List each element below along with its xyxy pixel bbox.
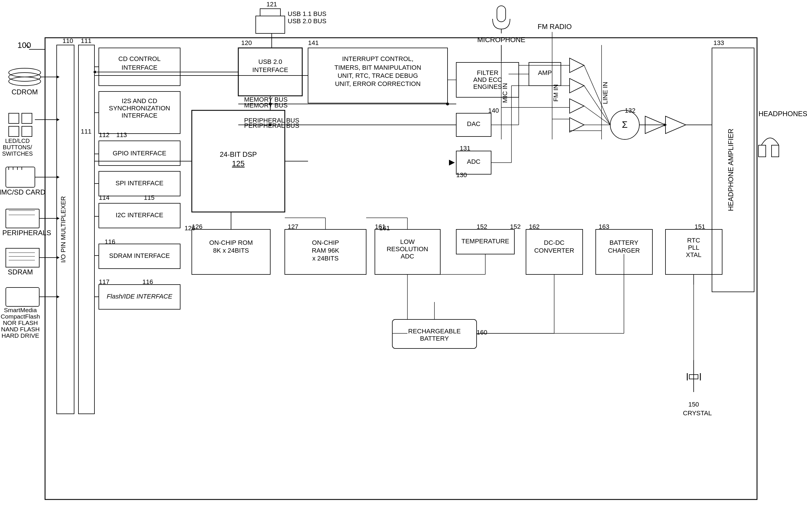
svg-text:SmartMedia: SmartMedia [4, 307, 37, 314]
svg-text:INTERFACE: INTERFACE [122, 64, 157, 71]
svg-text:SYNCHRONIZATION: SYNCHRONIZATION [109, 104, 170, 112]
svg-text:151: 151 [695, 223, 705, 230]
svg-text:117: 117 [99, 278, 110, 285]
svg-text:CompactFlash: CompactFlash [1, 313, 40, 320]
svg-text:8K x 24BITS: 8K x 24BITS [213, 247, 249, 254]
svg-text:112: 112 [99, 131, 110, 138]
svg-text:161: 161 [379, 225, 390, 232]
svg-text:110: 110 [62, 37, 73, 44]
svg-text:MICROPHONE: MICROPHONE [477, 36, 525, 43]
svg-text:AND ECC: AND ECC [473, 76, 502, 83]
svg-text:141: 141 [308, 39, 319, 46]
svg-text:USB 2.0: USB 2.0 [258, 58, 282, 65]
svg-text:DAC: DAC [467, 120, 481, 128]
svg-text:XTAL: XTAL [686, 251, 701, 259]
svg-text:AMP: AMP [538, 69, 552, 76]
svg-text:132: 132 [625, 107, 636, 114]
svg-text:BATTERY: BATTERY [420, 335, 449, 342]
svg-text:PERIPHERAL BUS: PERIPHERAL BUS [244, 117, 299, 124]
svg-text:Σ: Σ [622, 119, 628, 130]
svg-text:HEADPHONES: HEADPHONES [758, 110, 807, 118]
svg-text:CRYSTAL: CRYSTAL [683, 410, 712, 417]
svg-text:FILTER: FILTER [477, 69, 498, 76]
svg-text:UNIT, RTC, TRACE DEBUG: UNIT, RTC, TRACE DEBUG [338, 72, 418, 79]
svg-text:ADC: ADC [401, 253, 415, 260]
svg-text:152: 152 [510, 223, 521, 230]
svg-text:BUTTONS/: BUTTONS/ [3, 144, 32, 150]
svg-text:ON-CHIP ROM: ON-CHIP ROM [209, 239, 253, 246]
svg-text:113: 113 [116, 131, 127, 138]
svg-text:CD CONTROL: CD CONTROL [118, 55, 160, 62]
svg-text:DC-DC: DC-DC [544, 239, 565, 246]
svg-text:24-BIT DSP: 24-BIT DSP [220, 150, 257, 158]
svg-text:LED/LCD: LED/LCD [5, 138, 30, 144]
svg-point-236 [269, 102, 272, 106]
svg-text:MIC IN: MIC IN [501, 83, 509, 103]
svg-text:121: 121 [267, 1, 277, 8]
svg-text:131: 131 [460, 145, 471, 152]
svg-text:TEMPERATURE: TEMPERATURE [461, 238, 509, 245]
svg-text:120: 120 [241, 39, 252, 46]
svg-point-235 [446, 102, 449, 106]
svg-text:INTERRUPT CONTROL,: INTERRUPT CONTROL, [342, 55, 413, 62]
svg-text:HEADPHONE AMPLIFIER: HEADPHONE AMPLIFIER [727, 129, 735, 211]
svg-text:SPI INTERFACE: SPI INTERFACE [115, 179, 163, 187]
svg-text:↘: ↘ [25, 43, 30, 49]
svg-text:PLL: PLL [688, 244, 699, 251]
svg-text:MEMORY BUS: MEMORY BUS [244, 96, 288, 103]
svg-text:116: 116 [105, 238, 115, 245]
svg-text:ADC: ADC [467, 158, 481, 165]
svg-text:163: 163 [599, 223, 609, 230]
svg-text:111: 111 [81, 37, 92, 44]
svg-text:USB 2.0 BUS: USB 2.0 BUS [288, 17, 326, 25]
svg-text:ON-CHIP: ON-CHIP [312, 239, 339, 246]
svg-text:162: 162 [529, 223, 540, 230]
svg-text:CDROM: CDROM [12, 88, 38, 96]
svg-text:SDRAM: SDRAM [8, 268, 33, 276]
svg-text:I2C PERIPHERALS: I2C PERIPHERALS [0, 229, 51, 237]
svg-text:115: 115 [144, 194, 154, 201]
svg-text:NAND FLASH: NAND FLASH [1, 326, 39, 332]
svg-text:116: 116 [142, 278, 153, 285]
svg-text:CHARGER: CHARGER [608, 247, 640, 254]
svg-text:INTERFACE: INTERFACE [252, 66, 288, 74]
svg-text:MMC/SD CARD: MMC/SD CARD [0, 188, 45, 196]
svg-text:Flash/IDE INTERFACE: Flash/IDE INTERFACE [107, 293, 172, 300]
svg-text:NOR FLASH: NOR FLASH [3, 319, 38, 326]
svg-text:160: 160 [477, 329, 487, 336]
svg-text:152: 152 [477, 223, 487, 230]
svg-point-237 [269, 124, 272, 126]
svg-text:LOW: LOW [400, 238, 415, 245]
svg-text:114: 114 [99, 194, 110, 201]
svg-text:ENGINES: ENGINES [473, 83, 502, 90]
svg-text:RESOLUTION: RESOLUTION [386, 245, 428, 253]
svg-text:133: 133 [713, 39, 724, 46]
svg-rect-0 [0, 0, 807, 532]
svg-text:RTC: RTC [687, 237, 700, 244]
svg-text:I/O PIN MULTIPLEXER: I/O PIN MULTIPLEXER [59, 196, 67, 263]
svg-text:150: 150 [689, 401, 699, 408]
svg-text:127: 127 [288, 223, 298, 230]
svg-text:126: 126 [185, 225, 195, 232]
svg-text:140: 140 [488, 107, 499, 114]
svg-text:UNIT, ERROR CORRECTION: UNIT, ERROR CORRECTION [335, 80, 421, 88]
svg-text:CONVERTER: CONVERTER [534, 247, 574, 254]
svg-text:USB 1.1 BUS: USB 1.1 BUS [288, 10, 326, 17]
svg-text:HARD DRIVE: HARD DRIVE [1, 332, 39, 339]
svg-text:GPIO INTERFACE: GPIO INTERFACE [113, 150, 166, 157]
svg-text:RAM 96K: RAM 96K [312, 247, 339, 254]
svg-text:x 24BITS: x 24BITS [312, 255, 338, 262]
svg-text:SDRAM INTERFACE: SDRAM INTERFACE [109, 252, 170, 259]
svg-text:111: 111 [81, 128, 92, 135]
svg-text:LINE IN: LINE IN [602, 82, 609, 104]
svg-text:RECHARGEABLE: RECHARGEABLE [408, 327, 461, 335]
svg-text:FM IN: FM IN [552, 84, 560, 102]
svg-text:125: 125 [232, 159, 244, 168]
svg-text:TIMERS, BIT MANIPULATION: TIMERS, BIT MANIPULATION [334, 64, 421, 71]
svg-text:I2C INTERFACE: I2C INTERFACE [116, 211, 163, 218]
svg-text:130: 130 [456, 171, 467, 178]
svg-text:SWITCHES: SWITCHES [2, 150, 33, 157]
svg-text:BATTERY: BATTERY [609, 239, 639, 246]
svg-text:FM  RADIO: FM RADIO [538, 23, 572, 31]
diagram-container: 100 ↘ I/O PIN MULTIPLEXER 110 111 CD CON… [0, 0, 807, 532]
